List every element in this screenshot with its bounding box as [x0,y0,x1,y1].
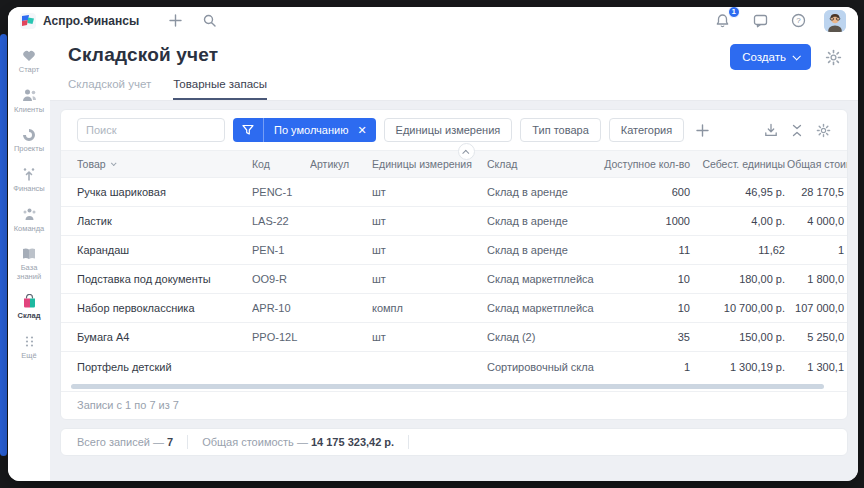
column-header-label: Склад [487,158,517,170]
table-cell: 28 170,5 [787,186,847,198]
table-settings-button[interactable] [816,123,831,138]
sidebar-item-label: Старт [19,66,39,75]
column-header[interactable]: Товар [77,158,252,170]
table-cell: 10 [602,302,692,314]
inventory-card: По умолчанию ✕ Единицы измеренияТип това… [60,109,848,420]
add-filter-button[interactable] [696,124,709,137]
table-row[interactable]: Бумага А4PPO-12LштСклад (2)35150,00 р.5 … [61,323,847,352]
create-button[interactable]: Создать [730,44,811,70]
column-header-label: Общая стоимость [787,158,847,170]
column-header[interactable]: Доступное кол-во [602,158,692,170]
table-cell: 1 300,1 [787,361,847,373]
column-header[interactable]: Себест. единицы [692,158,787,170]
table-cell: 4,00 р. [692,215,787,227]
sidebar-item-start[interactable]: Старт [8,44,50,80]
filter-chip[interactable]: Единицы измерения [384,118,513,142]
table-cell: Бумага А4 [77,331,252,343]
search-icon[interactable] [197,11,221,31]
sidebar-item-more[interactable]: Ещё [8,330,50,366]
sidebar-item-knowledge[interactable]: База знаний [8,242,50,286]
notifications-button[interactable]: 1 [710,11,734,31]
total-records: Всего записей — 7 [77,436,173,448]
sidebar-nav: СтартКлиентыПроектыФинансыКомандаБаза зн… [8,34,50,481]
scrollbar-thumb[interactable] [71,384,824,389]
column-header[interactable]: Код [252,158,310,170]
table-cell: Склад маркетплейса [487,302,602,314]
divider [187,435,188,449]
horizontal-scrollbar[interactable] [71,384,839,389]
table-row[interactable]: Ручка шариковаяPENC-1штСклад в аренде600… [61,178,847,207]
svg-text:?: ? [796,16,801,25]
table-row[interactable]: Набор первоклассникаAPR-10комплСклад мар… [61,294,847,323]
table-cell: Склад в аренде [487,215,602,227]
tab-goods-stock[interactable]: Товарные запасы [173,78,267,100]
more-icon [23,334,36,349]
filter-chip[interactable]: Тип товара [520,118,601,142]
sidebar-item-label: Склад [18,312,41,321]
chat-button[interactable] [748,11,772,31]
column-header-label: Артикул [310,158,349,170]
search-input[interactable] [77,118,225,142]
table-cell: шт [372,215,487,227]
table-body: Ручка шариковаяPENC-1штСклад в аренде600… [61,178,847,381]
main-area: Складской учет Создать Складской учетТов… [50,34,858,481]
page-settings-button[interactable] [825,49,842,66]
user-avatar[interactable] [824,10,846,32]
tab-warehouse-accounting[interactable]: Складской учет [68,78,151,100]
table-cell: Набор первоклассника [77,302,252,314]
sidebar-item-clients[interactable]: Клиенты [8,84,50,120]
filter-chip[interactable]: Категория [609,118,684,142]
inventory-table: ТоварКодАртикулЕдиницы измеренияСкладДос… [61,150,847,381]
table-row[interactable]: КарандашPEN-1штСклад в аренде1111,621 [61,236,847,265]
column-header-label: Доступное кол-во [604,158,690,170]
column-header[interactable]: Склад [487,158,602,170]
sidebar-item-finance[interactable]: Финансы [8,163,50,199]
finance-icon [22,167,36,182]
table-cell: 46,95 р. [692,186,787,198]
table-row[interactable]: Подставка под документыOO9-RштСклад марк… [61,265,847,294]
table-cell: Ручка шариковая [77,186,252,198]
table-cell: LAS-22 [252,215,310,227]
add-icon[interactable] [163,11,187,31]
collapse-panel-button[interactable] [458,143,475,160]
table-cell: Склад маркетплейса [487,273,602,285]
column-header[interactable]: Артикул [310,158,372,170]
column-header[interactable]: Единицы измерения [372,158,487,170]
table-cell: PEN-1 [252,244,310,256]
collapse-rows-button[interactable] [791,124,803,137]
table-cell: PPO-12L [252,331,310,343]
table-row[interactable]: ЛастикLAS-22штСклад в аренде10004,00 р.4… [61,207,847,236]
divider [408,435,409,449]
filter-row: По умолчанию ✕ Единицы измеренияТип това… [61,110,847,150]
knowledge-icon [22,246,36,261]
active-filter-chip[interactable]: По умолчанию ✕ [233,118,376,142]
table-cell: OO9-R [252,273,310,285]
export-download-button[interactable] [764,123,778,137]
column-header[interactable]: Общая стоимость [787,158,847,170]
column-header-label: Единицы измерения [372,158,472,170]
app-window: Аспро.Финансы 1 ? [8,7,858,481]
table-cell: компл [372,302,487,314]
clients-icon [22,88,37,103]
table-cell: Склад в аренде [487,186,602,198]
clear-filter-icon[interactable]: ✕ [354,124,375,137]
table-cell: 1 [787,244,847,256]
table-cell: 10 [602,273,692,285]
table-cell: 5 250,0 [787,331,847,343]
table-cell: 11,62 [692,244,787,256]
sidebar-item-team[interactable]: Команда [8,203,50,239]
table-row[interactable]: Портфель детскийСортировочный скла11 300… [61,352,847,381]
table-cell: Портфель детский [77,361,252,373]
team-icon [22,207,37,222]
app-name: Аспро.Финансы [43,14,139,28]
table-cell: 150,00 р. [692,331,787,343]
column-header-label: Себест. единицы [702,158,785,170]
help-button[interactable]: ? [786,11,810,31]
funnel-icon [233,118,264,142]
table-cell: APR-10 [252,302,310,314]
sidebar-item-warehouse[interactable]: Склад [8,290,50,326]
sidebar-item-projects[interactable]: Проекты [8,123,50,159]
table-cell: 180,00 р. [692,273,787,285]
table-cell: 4 000,0 [787,215,847,227]
sidebar-item-label: Проекты [14,145,44,154]
